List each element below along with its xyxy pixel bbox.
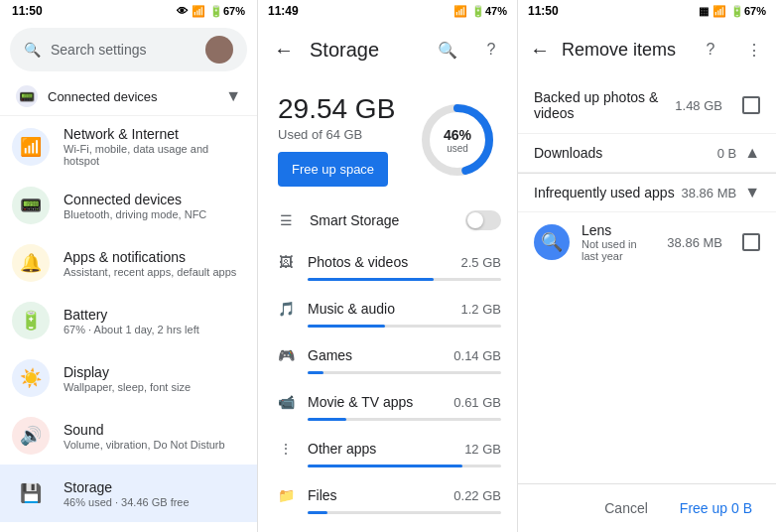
battery-icon: 🔋 bbox=[12, 302, 50, 339]
movies-size: 0.61 GB bbox=[453, 395, 501, 410]
status-icons-2: 📶 🔋47% bbox=[453, 5, 507, 18]
help-button-3[interactable]: ? bbox=[693, 32, 728, 67]
battery-sub: 67% · About 1 day, 2 hrs left bbox=[64, 324, 245, 335]
category-movies[interactable]: 📹 Movie & TV apps 0.61 GB bbox=[258, 382, 517, 429]
help-button[interactable]: ? bbox=[473, 32, 509, 67]
settings-list: 📶 Network & Internet Wi-Fi, mobile, data… bbox=[0, 116, 257, 532]
time-1: 11:50 bbox=[12, 4, 43, 18]
remove-items-panel: 11:50 ▦ 📶 🔋67% ← Remove items ? ⋮ Backed… bbox=[518, 0, 776, 532]
free-up-button[interactable]: Free up space bbox=[278, 152, 388, 187]
search-bar[interactable]: 🔍 Search settings bbox=[10, 28, 247, 71]
status-icons-1: 👁 📶 🔋67% bbox=[177, 5, 245, 18]
photos-label: Photos & videos bbox=[308, 254, 408, 270]
sidebar-item-privacy[interactable]: 👁 Privacy Permissions, account activity,… bbox=[0, 522, 257, 532]
downloads-expand-icon: ▲ bbox=[744, 144, 760, 162]
header-icons: 🔍 ? bbox=[430, 32, 509, 67]
remove-items-footer: Cancel Free up 0 B bbox=[518, 483, 776, 532]
otherapps-size: 12 GB bbox=[464, 442, 501, 457]
free-up-0b-button[interactable]: Free up 0 B bbox=[672, 494, 760, 522]
remove-items-content: Backed up photos & videos 1.48 GB Downlo… bbox=[518, 77, 776, 483]
movies-label: Movie & TV apps bbox=[308, 394, 413, 410]
files-size: 0.22 GB bbox=[453, 488, 501, 503]
apps-sub: Assistant, recent apps, default apps bbox=[64, 266, 245, 278]
sidebar-item-network[interactable]: 📶 Network & Internet Wi-Fi, mobile, data… bbox=[0, 116, 257, 177]
backed-up-label: Backed up photos & videos bbox=[534, 89, 663, 121]
search-placeholder: Search settings bbox=[51, 42, 147, 58]
sound-icon: 🔊 bbox=[12, 417, 50, 455]
sim-icon: ▦ bbox=[699, 5, 709, 18]
category-games[interactable]: 🎮 Games 0.14 GB bbox=[258, 335, 517, 382]
sound-title: Sound bbox=[64, 422, 245, 438]
sidebar-item-storage[interactable]: 💾 Storage 46% used · 34.46 GB free bbox=[0, 465, 257, 522]
search-button[interactable]: 🔍 bbox=[430, 32, 465, 67]
storage-panel: 11:49 📶 🔋47% ← Storage 🔍 ? 29.54 GB Used… bbox=[258, 0, 518, 532]
time-3: 11:50 bbox=[528, 4, 559, 18]
storage-title-header: Storage bbox=[310, 39, 422, 62]
storage-categories: ☰ Smart Storage 🖼 Photos & videos 2.5 GB… bbox=[258, 199, 517, 532]
remove-items-title: Remove items bbox=[562, 40, 689, 61]
donut-percent: 46% bbox=[444, 127, 471, 143]
cancel-button[interactable]: Cancel bbox=[596, 494, 656, 522]
infrequent-size: 38.86 MB bbox=[682, 186, 737, 200]
apps-text: Apps & notifications Assistant, recent a… bbox=[64, 249, 245, 278]
music-size: 1.2 GB bbox=[461, 302, 501, 317]
chevron-down-icon: ▼ bbox=[225, 87, 241, 105]
devices-text: Connected devices Bluetooth, driving mod… bbox=[64, 192, 245, 220]
sound-text: Sound Volume, vibration, Do Not Disturb bbox=[64, 422, 245, 451]
avatar[interactable] bbox=[205, 36, 233, 64]
backed-up-checkbox[interactable] bbox=[742, 96, 760, 114]
smart-storage-toggle[interactable] bbox=[465, 210, 501, 230]
lens-app-item[interactable]: 🔍 Lens Not used in last year 38.86 MB bbox=[518, 212, 776, 272]
battery-title: Battery bbox=[64, 307, 245, 323]
storage-text: Storage 46% used · 34.46 GB free bbox=[64, 479, 245, 508]
sidebar-item-sound[interactable]: 🔊 Sound Volume, vibration, Do Not Distur… bbox=[0, 407, 257, 465]
photos-size: 2.5 GB bbox=[461, 255, 501, 270]
devices-icon: 📟 bbox=[12, 187, 50, 224]
lens-size: 38.86 MB bbox=[667, 235, 722, 250]
category-music[interactable]: 🎵 Music & audio 1.2 GB bbox=[258, 289, 517, 335]
devices-sub: Bluetooth, driving mode, NFC bbox=[64, 208, 245, 220]
category-files[interactable]: 📁 Files 0.22 GB bbox=[258, 475, 517, 522]
lens-checkbox[interactable] bbox=[742, 233, 760, 251]
category-otherapps[interactable]: ⋮ Other apps 12 GB bbox=[258, 429, 517, 475]
storage-summary: 29.54 GB Used of 64 GB Free up space 46%… bbox=[258, 77, 517, 199]
storage-header: ← Storage 🔍 ? bbox=[258, 22, 517, 77]
otherapps-icon: ⋮ bbox=[274, 437, 298, 461]
sidebar-item-devices[interactable]: 📟 Connected devices Bluetooth, driving m… bbox=[0, 177, 257, 234]
otherapps-label: Other apps bbox=[308, 441, 376, 457]
network-sub: Wi-Fi, mobile, data usage and hotspot bbox=[64, 143, 245, 167]
music-icon: 🎵 bbox=[274, 297, 298, 321]
backed-up-size: 1.48 GB bbox=[675, 98, 722, 113]
downloads-row[interactable]: Downloads 0 B ▲ bbox=[518, 134, 776, 173]
time-2: 11:49 bbox=[268, 4, 299, 18]
storage-donut-chart: 46% used bbox=[418, 100, 497, 180]
sidebar-item-apps[interactable]: 🔔 Apps & notifications Assistant, recent… bbox=[0, 234, 257, 292]
lens-icon: 🔍 bbox=[534, 224, 570, 260]
infrequent-apps-header[interactable]: Infrequently used apps 38.86 MB ▼ bbox=[518, 173, 776, 212]
photos-icon: 🖼 bbox=[274, 250, 298, 274]
downloads-label: Downloads bbox=[534, 145, 717, 161]
suggestion-row[interactable]: 📟 Connected devices ▼ bbox=[0, 77, 257, 116]
status-bar-1: 11:50 👁 📶 🔋67% bbox=[0, 0, 257, 22]
back-button[interactable]: ← bbox=[266, 32, 302, 67]
sidebar-item-battery[interactable]: 🔋 Battery 67% · About 1 day, 2 hrs left bbox=[0, 292, 257, 349]
status-bar-2: 11:49 📶 🔋47% bbox=[258, 0, 517, 22]
settings-panel: 11:50 👁 📶 🔋67% 🔍 Search settings 📟 Conne… bbox=[0, 0, 258, 532]
devices-title: Connected devices bbox=[64, 192, 245, 207]
status-icons-3: ▦ 📶 🔋67% bbox=[699, 5, 766, 18]
more-button[interactable]: ⋮ bbox=[736, 32, 772, 67]
music-label: Music & audio bbox=[308, 301, 395, 317]
wifi-icon: 📶 bbox=[192, 5, 205, 18]
battery-icon-3: 🔋67% bbox=[730, 5, 766, 18]
sidebar-item-display[interactable]: ☀️ Display Wallpaper, sleep, font size bbox=[0, 349, 257, 407]
back-button-3[interactable]: ← bbox=[522, 32, 558, 67]
backed-up-photos-row[interactable]: Backed up photos & videos 1.48 GB bbox=[518, 77, 776, 134]
storage-of-label: Used of 64 GB bbox=[278, 127, 395, 142]
category-system[interactable]: ⚙ System 12 GB bbox=[258, 522, 517, 532]
category-photos[interactable]: 🖼 Photos & videos 2.5 GB bbox=[258, 242, 517, 289]
network-title: Network & Internet bbox=[64, 126, 245, 142]
wifi-icon-2: 📶 bbox=[453, 5, 467, 18]
storage-info: 29.54 GB Used of 64 GB Free up space bbox=[278, 93, 395, 187]
sound-sub: Volume, vibration, Do Not Disturb bbox=[64, 439, 245, 451]
search-icon: 🔍 bbox=[24, 42, 41, 58]
